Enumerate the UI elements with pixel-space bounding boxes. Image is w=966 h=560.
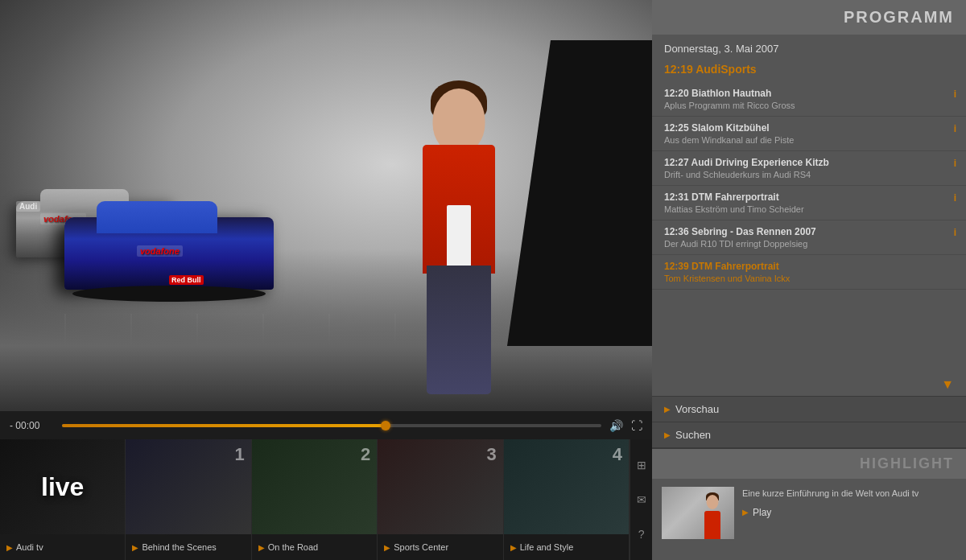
channel-4-num: 4 (613, 444, 622, 465)
program-item-1-title: 12:25 Slalom Kitzbühel (664, 122, 954, 134)
channel-3-label: ▶ Sports Center (378, 534, 502, 560)
hl-person-body (704, 511, 720, 539)
redbull-label: Red Bull (169, 275, 204, 285)
program-list: 12:20 Biathlon Hautnah Aplus Programm mi… (652, 82, 966, 373)
right-panel: PROGRAMM Donnerstag, 3. Mai 2007 12:19 A… (652, 0, 966, 560)
program-item-5-sub: Tom Kristensen und Vanina Ickx (664, 274, 954, 283)
channel-live-text: live (41, 472, 84, 502)
suchen-section[interactable]: ▶ Suchen (652, 422, 966, 447)
highlight-header: HIGHLIGHT (652, 449, 966, 479)
channel-3-thumb: 3 (378, 439, 502, 534)
program-item-1-sub: Aus dem Windkanal auf die Piste (664, 135, 954, 145)
channel-1-name: Behind the Scenes (142, 542, 216, 552)
highlight-content: Eine kurze Einführung in die Welt von Au… (652, 479, 966, 547)
program-expand-icon[interactable]: ▼ (652, 373, 966, 396)
suchen-arrow-icon: ▶ (664, 430, 671, 439)
channel-3-arrow-icon: ▶ (384, 543, 390, 552)
channel-arrow-icon: ▶ (6, 543, 13, 552)
programm-title: PROGRAMM (844, 8, 954, 26)
program-item-4-title: 12:36 Sebring - Das Rennen 2007 (664, 226, 954, 237)
channel-live-label: ▶ Audi tv (0, 534, 125, 560)
presenter-shirt (447, 205, 471, 270)
progress-fill (62, 424, 386, 427)
presenter-jacket (423, 145, 495, 274)
progress-bar[interactable] (62, 424, 601, 427)
channel-live-thumb: live (0, 439, 125, 534)
info-icon-3[interactable]: i (954, 192, 956, 204)
channel-mail-icon[interactable]: ✉ (637, 493, 646, 506)
presenter (378, 72, 539, 394)
info-icon-1[interactable]: i (954, 123, 956, 134)
channel-nav: live ▶ Audi tv 1 ▶ Behind the Scenes 2 ▶ (0, 439, 652, 560)
channel-side-icons: ⊞ ✉ ? (630, 439, 652, 560)
channel-4[interactable]: 4 ▶ Life and Style (504, 439, 630, 560)
channel-2[interactable]: 2 ▶ On the Road (252, 439, 378, 560)
video-player[interactable]: Audi vodafone vodafone Red Bull (0, 0, 652, 410)
racing-cars: Audi vodafone vodafone Red Bull (16, 169, 306, 346)
channel-2-thumb: 2 (252, 439, 377, 534)
highlight-section: HIGHLIGHT Eine kurze Einführung in die W… (652, 447, 966, 560)
program-item-2-title: 12:27 Audi Driving Experience Kitzb (664, 157, 954, 168)
channel-4-arrow-icon: ▶ (510, 543, 517, 552)
program-item-4-sub: Der Audi R10 TDI erringt Doppelsieg (664, 239, 954, 249)
channel-1-label: ▶ Behind the Scenes (126, 534, 250, 560)
program-item-0-title: 12:20 Biathlon Hautnah (664, 88, 954, 99)
channel-2-label: ▶ On the Road (252, 534, 377, 560)
program-item-5[interactable]: 12:39 DTM Fahrerportrait Tom Kristensen … (652, 255, 966, 290)
channel-1-arrow-icon: ▶ (132, 543, 138, 552)
progress-thumb[interactable] (381, 421, 390, 430)
info-icon-0[interactable]: i (954, 89, 956, 100)
presenter-legs (427, 266, 491, 394)
channel-grid-icon[interactable]: ⊞ (637, 459, 646, 471)
highlight-thumbnail[interactable] (662, 487, 734, 539)
channel-2-arrow-icon: ▶ (258, 543, 265, 552)
presenter-head (433, 89, 485, 153)
program-item-2[interactable]: 12:27 Audi Driving Experience Kitzb Drif… (652, 151, 966, 186)
volume-icon[interactable]: 🔊 (609, 419, 623, 432)
programm-date: Donnerstag, 3. Mai 2007 (652, 35, 966, 59)
car-main: vodafone Red Bull (64, 217, 274, 290)
main-area: Audi vodafone vodafone Red Bull - 00:00 (0, 0, 652, 560)
player-time: - 00:00 (10, 420, 54, 431)
info-icon-2[interactable]: i (954, 158, 956, 169)
info-icon-4[interactable]: i (954, 227, 956, 238)
suchen-label: Suchen (675, 429, 711, 441)
highlight-play-button[interactable]: ▶ Play (742, 507, 956, 518)
car-main-vodafone: vodafone (137, 245, 183, 257)
channel-help-icon[interactable]: ? (638, 528, 645, 541)
programm-section: PROGRAMM Donnerstag, 3. Mai 2007 12:19 A… (652, 0, 966, 447)
programm-current-show: 12:19 AudiSports (652, 59, 966, 82)
program-item-0[interactable]: 12:20 Biathlon Hautnah Aplus Programm mi… (652, 82, 966, 117)
play-label: Play (753, 507, 771, 518)
program-item-4[interactable]: 12:36 Sebring - Das Rennen 2007 Der Audi… (652, 220, 966, 255)
vorschau-section[interactable]: ▶ Vorschau (652, 396, 966, 422)
program-item-0-sub: Aplus Programm mit Ricco Gross (664, 101, 954, 110)
hl-thumb-person (698, 495, 726, 539)
program-item-3[interactable]: 12:31 DTM Fahrerportrait Mattias Ekström… (652, 186, 966, 220)
program-item-3-title: 12:31 DTM Fahrerportrait (664, 191, 954, 203)
channel-4-thumb: 4 (504, 439, 629, 534)
player-controls: - 00:00 🔊 ⛶ (0, 410, 652, 439)
channel-live[interactable]: live ▶ Audi tv (0, 439, 126, 560)
channel-3[interactable]: 3 ▶ Sports Center (378, 439, 503, 560)
hl-person-head (706, 495, 718, 509)
highlight-title: HIGHLIGHT (860, 455, 954, 471)
audi-brand-label: Audi (16, 201, 40, 212)
program-item-3-sub: Mattias Ekström und Timo Scheider (664, 204, 954, 214)
channel-3-num: 3 (486, 444, 496, 465)
program-item-1[interactable]: 12:25 Slalom Kitzbühel Aus dem Windkanal… (652, 117, 966, 151)
channel-4-label: ▶ Life and Style (504, 534, 629, 560)
vorschau-label: Vorschau (675, 403, 719, 415)
channel-1[interactable]: 1 ▶ Behind the Scenes (126, 439, 251, 560)
program-item-5-title: 12:39 DTM Fahrerportrait (664, 261, 954, 272)
channel-1-thumb: 1 (126, 439, 250, 534)
fullscreen-icon[interactable]: ⛶ (631, 419, 642, 432)
channel-2-name: On the Road (268, 542, 318, 552)
highlight-description: Eine kurze Einführung in die Welt von Au… (742, 487, 956, 500)
play-arrow-icon: ▶ (742, 508, 749, 517)
channel-live-name: Audi tv (16, 542, 43, 552)
programm-header: PROGRAMM (652, 0, 966, 35)
highlight-text: Eine kurze Einführung in die Welt von Au… (742, 487, 956, 518)
channel-4-name: Life and Style (520, 542, 574, 552)
program-item-2-sub: Drift- und Schleuderkurs im Audi RS4 (664, 170, 954, 179)
